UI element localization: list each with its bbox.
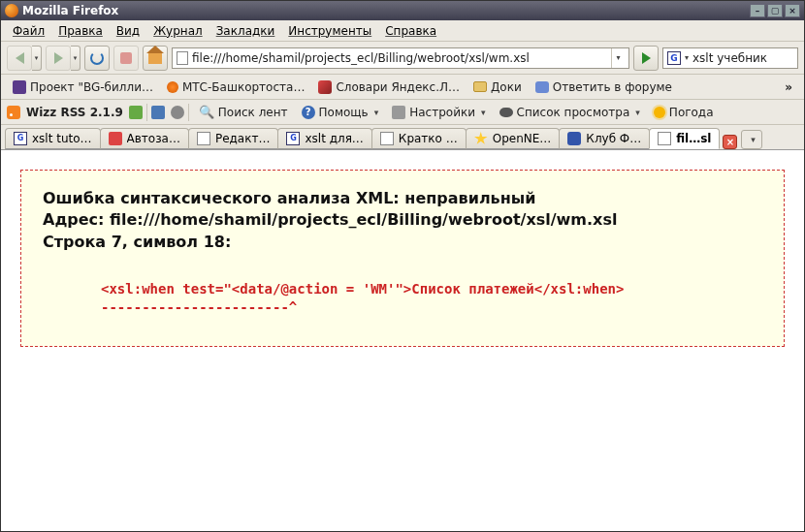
xml-error-source: <xsl:when test="<data/@action = 'WM'">Сп…	[101, 280, 762, 317]
stop-button[interactable]	[113, 46, 139, 71]
close-window-button[interactable]: ×	[785, 4, 800, 17]
folder-icon	[473, 81, 487, 92]
tab[interactable]: Автоза…	[100, 128, 189, 149]
tab[interactable]: Клуб Ф…	[559, 128, 650, 149]
back-history-dropdown[interactable]: ▾	[32, 46, 42, 71]
bookmark-item[interactable]: Проект "BG-билли…	[7, 78, 159, 96]
rss-watchlist[interactable]: Список просмотра▾	[494, 104, 646, 121]
rss-status-icon[interactable]	[129, 106, 143, 119]
menu-tools[interactable]: Инструменты	[282, 22, 377, 40]
arrow-right-icon	[54, 52, 63, 64]
tab[interactable]: Кратко …	[371, 128, 467, 149]
tab-favicon	[109, 132, 122, 145]
page-content: Ошибка синтаксического анализа XML: непр…	[1, 150, 804, 366]
menu-bookmarks[interactable]: Закладки	[210, 22, 281, 40]
reload-icon	[90, 51, 104, 65]
tab-favicon	[658, 132, 671, 145]
menu-file[interactable]: Файл	[7, 22, 50, 40]
menu-history[interactable]: Журнал	[147, 22, 209, 40]
home-icon	[148, 52, 162, 64]
chevron-down-icon: ▾	[635, 108, 640, 117]
help-icon: ?	[302, 106, 315, 119]
sun-icon	[654, 107, 665, 118]
reload-button[interactable]	[84, 46, 110, 71]
forward-button[interactable]	[46, 46, 71, 71]
minimize-button[interactable]: –	[750, 4, 765, 17]
site-icon	[318, 80, 332, 94]
tab-favicon	[197, 132, 210, 145]
rss-settings[interactable]: Настройки▾	[386, 104, 491, 121]
tab-close-button[interactable]: ×	[723, 135, 737, 149]
tab-active[interactable]: fil…sl	[649, 128, 720, 149]
window-titlebar: Mozilla Firefox – ▢ ×	[1, 1, 804, 20]
menu-view[interactable]: Вид	[111, 22, 145, 40]
search-text: xslt учебник	[692, 51, 767, 65]
tab-list-button[interactable]: ▾	[741, 130, 762, 149]
firefox-icon	[5, 4, 18, 17]
rss-weather[interactable]: Погода	[648, 104, 720, 121]
menu-edit[interactable]: Правка	[52, 22, 109, 40]
go-icon	[642, 52, 651, 64]
xml-error-heading: Ошибка синтаксического анализа XML: непр…	[43, 188, 762, 253]
search-engine-icon[interactable]: G	[667, 51, 681, 65]
tab-favicon	[474, 132, 488, 145]
tab[interactable]: Gxslt tuto…	[5, 128, 101, 149]
search-bar[interactable]: G ▾ xslt учебник	[662, 47, 798, 69]
window-title: Mozilla Firefox	[22, 4, 118, 17]
tab[interactable]: OpenNE…	[466, 128, 561, 149]
bookmarks-overflow[interactable]: »	[779, 80, 798, 94]
page-file-icon	[177, 51, 188, 65]
tab[interactable]: Gxslt для…	[277, 128, 371, 149]
tab-favicon	[567, 132, 581, 145]
rss-search-feeds[interactable]: 🔍Поиск лент	[193, 103, 294, 121]
quickview-icon[interactable]	[151, 106, 165, 119]
arrow-left-icon	[16, 52, 24, 64]
tab-strip: Gxslt tuto… Автоза… Редакт… Gxslt для… К…	[1, 125, 804, 150]
stop-icon	[120, 52, 132, 64]
forward-history-dropdown[interactable]: ▾	[71, 46, 80, 71]
rss-app-name: Wizz RSS 2.1.9	[26, 106, 123, 119]
nav-toolbar: ▾ ▾ file:///home/shamil/projects_ecl/Bil…	[1, 42, 804, 75]
menubar: Файл Правка Вид Журнал Закладки Инструме…	[1, 20, 804, 42]
wrench-icon	[392, 106, 405, 119]
search-icon: 🔍	[199, 105, 214, 119]
url-text: file:///home/shamil/projects_ecl/Billing…	[192, 51, 607, 65]
rss-toolbar: Wizz RSS 2.1.9 🔍Поиск лент ?Помощь▾ Наст…	[1, 100, 804, 125]
go-button[interactable]	[633, 46, 659, 71]
site-icon	[13, 80, 26, 94]
rss-help[interactable]: ?Помощь▾	[296, 104, 385, 121]
xml-error-box: Ошибка синтаксического анализа XML: непр…	[20, 170, 785, 347]
url-dropdown[interactable]: ▾	[611, 48, 625, 68]
tab-favicon: G	[286, 132, 300, 145]
tab[interactable]: Редакт…	[188, 128, 279, 149]
tab-favicon: G	[14, 132, 27, 145]
home-button[interactable]	[143, 46, 168, 71]
rss-app-icon	[7, 106, 20, 119]
bookmark-item[interactable]: МТС-Башкортоста…	[161, 78, 310, 96]
bookmarks-toolbar: Проект "BG-билли… МТС-Башкортоста… Слова…	[1, 75, 804, 100]
bookmark-item[interactable]: Ответить в форуме	[530, 78, 678, 96]
chevron-down-icon: ▾	[481, 108, 486, 117]
menu-help[interactable]: Справка	[379, 22, 442, 40]
bookmark-item[interactable]: Доки	[467, 78, 528, 96]
back-button[interactable]	[7, 46, 32, 71]
site-icon	[535, 81, 549, 93]
chevron-down-icon: ▾	[374, 108, 379, 117]
maximize-button[interactable]: ▢	[767, 4, 783, 17]
url-bar[interactable]: file:///home/shamil/projects_ecl/Billing…	[172, 47, 629, 69]
gear-icon[interactable]	[171, 106, 184, 119]
bookmark-item[interactable]: Словари Яндекс.Л…	[312, 78, 466, 96]
chevron-down-icon: ▾	[751, 135, 756, 144]
eye-icon	[499, 108, 513, 117]
tab-favicon	[380, 132, 394, 145]
site-icon	[167, 81, 178, 93]
